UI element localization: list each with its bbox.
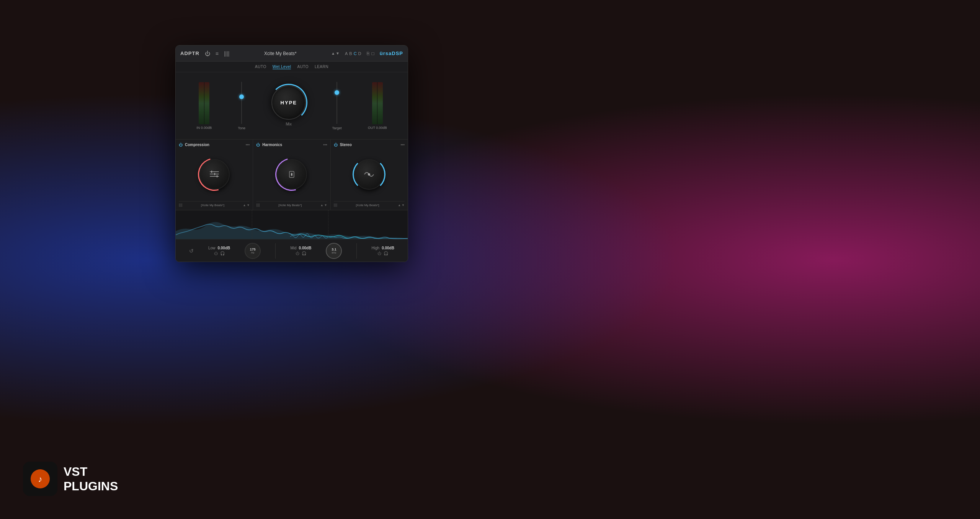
- crossover2-unit: kHz: [332, 251, 336, 254]
- compression-menu[interactable]: •••: [246, 143, 250, 147]
- main-area: IN 0.00dB Tone HYPE Mix Target: [176, 72, 408, 139]
- eq-low-value: 0.00dB: [217, 246, 230, 250]
- harmonics-power[interactable]: ⏻: [256, 143, 260, 147]
- stereo-power[interactable]: ⏻: [334, 143, 338, 147]
- compression-arrow-up[interactable]: ▲: [243, 203, 246, 207]
- target-track[interactable]: [336, 82, 337, 124]
- plugin-header: ADPTR ⏻ ≡ |||| Xcite My Beats* ▲ ▼ A B C…: [176, 46, 408, 62]
- power-icon[interactable]: ⏻: [205, 50, 210, 57]
- copy-icon[interactable]: ⎘: [367, 51, 369, 56]
- target-slider[interactable]: Target: [332, 82, 342, 130]
- eq-low-icons: ⏻ 🎧: [214, 251, 225, 255]
- stereo-footer: |||| [Xcite My Beats*] ▲ ▼: [334, 201, 405, 207]
- eq-reset-icon[interactable]: ↺: [189, 248, 194, 254]
- in-vu-bar-left: [199, 82, 204, 124]
- crossover1-value: 175: [250, 248, 256, 251]
- ab-btn-c[interactable]: C: [354, 51, 357, 56]
- in-vu-bars: [199, 82, 209, 124]
- eq-mid-section: Mid 0.00dB ⏻ 🎧: [290, 246, 311, 255]
- ab-btn-b[interactable]: B: [349, 51, 352, 56]
- in-vu-meter: IN 0.00dB: [196, 82, 212, 130]
- crossover2-knob[interactable]: 3.1 kHz: [326, 243, 342, 259]
- eq-mid-icons: ⏻ 🎧: [296, 251, 306, 255]
- ctrl-auto-2[interactable]: AUTO: [297, 65, 309, 69]
- waveform-svg: [176, 210, 408, 239]
- harmonics-section: ⏻ Harmonics ••• |||| [Xcite My Beats*]: [253, 140, 330, 210]
- ab-btn-d[interactable]: D: [358, 51, 361, 56]
- harmonics-preset: [Xcite My Beats*]: [261, 203, 319, 207]
- eq-high-power[interactable]: ⏻: [377, 251, 381, 255]
- eq-mid-label: Mid: [290, 246, 296, 250]
- compression-power[interactable]: ⏻: [179, 143, 183, 147]
- ctrl-learn[interactable]: LEARN: [315, 65, 328, 69]
- eq-mid-headphones[interactable]: 🎧: [302, 251, 306, 255]
- compression-header: ⏻ Compression •••: [179, 143, 250, 147]
- harmonics-knob[interactable]: [276, 159, 307, 190]
- vst-logo-text: VST PLUGINS: [64, 464, 118, 494]
- ab-selector: A B C D: [345, 51, 361, 56]
- ctrl-wet-level[interactable]: Wet Level: [273, 65, 291, 69]
- in-vu-bar-right: [204, 82, 210, 124]
- preset-name: Xcite My Beats*: [235, 51, 326, 56]
- compression-section: ⏻ Compression ••• |: [176, 140, 253, 210]
- eq-low-headphones[interactable]: 🎧: [220, 251, 225, 255]
- save-icon[interactable]: □: [372, 51, 374, 56]
- harmonics-menu[interactable]: •••: [323, 143, 327, 147]
- stereo-menu[interactable]: •••: [400, 143, 405, 147]
- harmonics-footer: |||| [Xcite My Beats*] ▲ ▼: [256, 201, 327, 207]
- nav-up-icon[interactable]: ▲: [331, 51, 335, 55]
- crossover1-knob[interactable]: 175 Hz: [245, 243, 261, 259]
- out-label: OUT 0.00dB: [368, 126, 387, 130]
- stereo-preset: [Xcite My Beats*]: [339, 203, 396, 207]
- stereo-footer-menu[interactable]: ||||: [334, 203, 337, 207]
- tone-thumb[interactable]: [239, 94, 244, 99]
- tone-label: Tone: [238, 126, 245, 130]
- harmonics-arrow-down[interactable]: ▼: [324, 203, 327, 207]
- compression-footer-menu[interactable]: ||||: [179, 203, 182, 207]
- hype-knob-container: HYPE Mix: [271, 85, 306, 126]
- eq-high-value: 0.00dB: [382, 246, 394, 250]
- stereo-header: ⏻ Stereo •••: [334, 143, 405, 147]
- tone-slider[interactable]: Tone: [238, 82, 245, 130]
- eq-high-headphones[interactable]: 🎧: [384, 251, 388, 255]
- stereo-title: Stereo: [340, 143, 399, 147]
- brand-label: ADPTR: [180, 50, 199, 56]
- compression-ring: [192, 152, 237, 197]
- in-label: IN 0.00dB: [196, 126, 212, 130]
- menu-icon[interactable]: ≡: [216, 50, 219, 57]
- stereo-knob-area: [334, 149, 405, 200]
- stereo-knob[interactable]: [354, 159, 384, 190]
- ursa-logo: ürsaDSP: [380, 50, 403, 56]
- compression-knob[interactable]: [199, 159, 230, 190]
- stereo-arrows: ▲ ▼: [398, 203, 405, 207]
- sections-row: ⏻ Compression ••• |: [176, 139, 408, 210]
- hype-knob[interactable]: HYPE: [271, 85, 306, 120]
- eq-reset: ↺: [189, 248, 194, 254]
- eq-low-power[interactable]: ⏻: [214, 251, 218, 255]
- harmonics-footer-menu[interactable]: ||||: [256, 203, 260, 207]
- harmonics-arrow-up[interactable]: ▲: [320, 203, 323, 207]
- stereo-arrow-down[interactable]: ▼: [402, 203, 405, 207]
- eq-high-top: High 0.00dB: [372, 246, 394, 250]
- eq-high-label: High: [372, 246, 380, 250]
- meter-icon[interactable]: ||||: [224, 50, 230, 57]
- ab-btn-a[interactable]: A: [345, 51, 348, 56]
- controls-bar: AUTO Wet Level AUTO LEARN: [176, 62, 408, 72]
- compression-title: Compression: [185, 143, 243, 147]
- crossover2-value: 3.1: [332, 248, 336, 251]
- eq-divider-2: [356, 243, 357, 259]
- nav-down-icon[interactable]: ▼: [336, 51, 340, 55]
- vst-logo: ♪ VST PLUGINS: [23, 462, 118, 496]
- compression-arrow-down[interactable]: ▼: [247, 203, 250, 207]
- harmonics-header: ⏻ Harmonics •••: [256, 143, 327, 147]
- svg-text:♪: ♪: [38, 474, 42, 484]
- tone-track[interactable]: [241, 82, 242, 124]
- eq-mid-power[interactable]: ⏻: [296, 251, 299, 255]
- background-gradient: [0, 0, 980, 519]
- preset-nav[interactable]: ▲ ▼: [331, 51, 340, 55]
- vst-logo-icon: ♪: [23, 462, 57, 496]
- ctrl-auto-1[interactable]: AUTO: [255, 65, 266, 69]
- waveform-area: [176, 210, 408, 239]
- stereo-arrow-up[interactable]: ▲: [398, 203, 401, 207]
- target-thumb[interactable]: [335, 90, 339, 95]
